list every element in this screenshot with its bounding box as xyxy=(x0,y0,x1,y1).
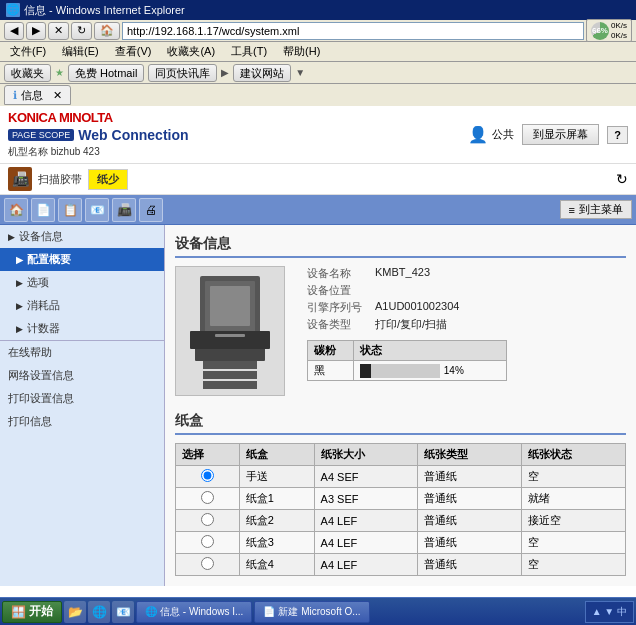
arrow-icon-config: ▶ xyxy=(16,255,23,265)
tray-type-3: 普通纸 xyxy=(418,532,522,554)
doc-tool-icon[interactable]: 📄 xyxy=(31,198,55,222)
rss-button[interactable]: 同页快讯库 xyxy=(148,64,217,82)
sidebar-item-options[interactable]: ▶ 选项 xyxy=(0,271,164,294)
sidebar-item-print-settings[interactable]: 打印设置信息 xyxy=(0,387,164,410)
toner-pct: 14% xyxy=(444,365,464,376)
browser-icon: 🌐 xyxy=(6,3,20,17)
user-icon: 👤 xyxy=(468,125,488,144)
suggest-label: ▶ xyxy=(221,67,229,78)
refresh-icon[interactable]: ↻ xyxy=(616,171,628,187)
start-icon: 🪟 xyxy=(11,605,26,619)
tray-type-0: 普通纸 xyxy=(418,466,522,488)
toner-col-status: 状态 xyxy=(353,341,506,361)
taskbar-icon-2[interactable]: 🌐 xyxy=(88,601,110,623)
address-bar[interactable] xyxy=(122,22,584,40)
to-screen-button[interactable]: 到显示屏幕 xyxy=(522,124,599,145)
menu-file[interactable]: 文件(F) xyxy=(2,43,54,60)
radio-2[interactable] xyxy=(201,513,214,526)
menu-edit[interactable]: 编辑(E) xyxy=(54,43,107,60)
radio-cell-3[interactable] xyxy=(176,532,240,554)
radio-cell-0[interactable] xyxy=(176,466,240,488)
radio-4[interactable] xyxy=(201,557,214,570)
detail-row-type: 设备类型 打印/复印/扫描 xyxy=(307,317,626,332)
radio-cell-2[interactable] xyxy=(176,510,240,532)
page-header: KONICA MINOLTA PAGE SCOPE Web Connection… xyxy=(0,106,636,164)
hotmail-button[interactable]: 免费 Hotmail xyxy=(68,64,144,82)
svg-rect-5 xyxy=(203,371,257,379)
device-image-area xyxy=(175,266,295,396)
tray-name-0: 手送 xyxy=(239,466,314,488)
back-button[interactable]: ◀ xyxy=(4,22,24,40)
tray-status-4: 空 xyxy=(522,554,626,576)
sidebar-item-online-help[interactable]: 在线帮助 xyxy=(0,341,164,364)
konica-brand: KONICA MINOLTA xyxy=(8,110,189,125)
ie-label: 信息 - Windows I... xyxy=(160,605,243,619)
radio-cell-4[interactable] xyxy=(176,554,240,576)
taskbar-item-office[interactable]: 📄 新建 Microsoft O... xyxy=(254,601,369,623)
taskbar-item-ie[interactable]: 🌐 信息 - Windows I... xyxy=(136,601,252,623)
toner-color-label: 黑 xyxy=(308,361,354,381)
speed-circle: 66% xyxy=(591,22,609,40)
printer-svg xyxy=(185,271,275,391)
suggest-button[interactable]: 建议网站 xyxy=(233,64,291,82)
page-wrapper: KONICA MINOLTA PAGE SCOPE Web Connection… xyxy=(0,106,636,614)
scanner-icon: 📠 xyxy=(8,167,32,191)
send-tool-icon[interactable]: 📧 xyxy=(85,198,109,222)
radio-cell-1[interactable] xyxy=(176,488,240,510)
tray-name-3: 纸盒3 xyxy=(239,532,314,554)
menu-label: 到主菜单 xyxy=(579,202,623,217)
home-tool-icon[interactable]: 🏠 xyxy=(4,198,28,222)
tab-label: 信息 xyxy=(21,88,43,103)
refresh-button[interactable]: ↻ xyxy=(71,22,92,40)
model-name: 机型名称 bizhub 423 xyxy=(8,145,189,159)
speed-values: 0K/s 0K/s xyxy=(611,21,627,40)
office-label: 新建 Microsoft O... xyxy=(278,605,360,619)
start-button[interactable]: 🪟 开始 xyxy=(2,601,62,623)
tray-name-1: 纸盒1 xyxy=(239,488,314,510)
fav-button[interactable]: 收藏夹 xyxy=(4,64,51,82)
radio-3[interactable] xyxy=(201,535,214,548)
tray-size-1: A3 SEF xyxy=(314,488,418,510)
home-button[interactable]: 🏠 xyxy=(94,22,120,40)
stop-button[interactable]: ✕ xyxy=(48,22,69,40)
paper-section-title: 纸盒 xyxy=(175,412,626,435)
tray-size-3: A4 LEF xyxy=(314,532,418,554)
speed-indicator: 66% 0K/s 0K/s xyxy=(586,19,632,42)
tray-size-0: A4 SEF xyxy=(314,466,418,488)
label-serial: 引擎序列号 xyxy=(307,300,367,315)
value-name: KMBT_423 xyxy=(375,266,430,281)
menu-help[interactable]: 帮助(H) xyxy=(275,43,328,60)
main-menu-button[interactable]: ≡ 到主菜单 xyxy=(560,200,632,219)
print-tool-icon[interactable]: 🖨 xyxy=(139,198,163,222)
ie-icon: 🌐 xyxy=(145,606,157,617)
sidebar-item-network-info[interactable]: 网络设置信息 xyxy=(0,364,164,387)
radio-0[interactable] xyxy=(201,469,214,482)
menu-fav[interactable]: 收藏夹(A) xyxy=(159,43,223,60)
detail-row-name: 设备名称 KMBT_423 xyxy=(307,266,626,281)
device-info-grid: 设备名称 KMBT_423 设备位置 引擎序列号 A1UD001002304 设… xyxy=(175,266,626,396)
menu-tools[interactable]: 工具(T) xyxy=(223,43,275,60)
label-location: 设备位置 xyxy=(307,283,367,298)
tray-name-4: 纸盒4 xyxy=(239,554,314,576)
device-info-title: 设备信息 xyxy=(175,235,626,258)
copy-tool-icon[interactable]: 📋 xyxy=(58,198,82,222)
fav-bar: 收藏夹 ★ 免费 Hotmail 同页快讯库 ▶ 建议网站 ▼ xyxy=(0,62,636,84)
tab-close[interactable]: ✕ xyxy=(53,89,62,102)
taskbar-icon-1[interactable]: 📂 xyxy=(64,601,86,623)
col-select: 选择 xyxy=(176,444,240,466)
help-button[interactable]: ? xyxy=(607,126,628,144)
fax-tool-icon[interactable]: 📠 xyxy=(112,198,136,222)
sidebar-item-print-info[interactable]: 打印信息 xyxy=(0,410,164,433)
paper-row-0: 手送 A4 SEF 普通纸 空 xyxy=(176,466,626,488)
page-tab[interactable]: ℹ 信息 ✕ xyxy=(4,85,71,105)
sidebar-item-config[interactable]: ▶ 配置概要 xyxy=(0,248,164,271)
sidebar-item-consumables[interactable]: ▶ 消耗品 xyxy=(0,294,164,317)
radio-1[interactable] xyxy=(201,491,214,504)
menu-view[interactable]: 查看(V) xyxy=(107,43,160,60)
taskbar-icon-3[interactable]: 📧 xyxy=(112,601,134,623)
forward-button[interactable]: ▶ xyxy=(26,22,46,40)
sidebar-item-device-info[interactable]: ▶ 设备信息 xyxy=(0,225,164,248)
sidebar-item-counters[interactable]: ▶ 计数器 xyxy=(0,317,164,340)
arrow-icon-counters: ▶ xyxy=(16,324,23,334)
tray-size-2: A4 LEF xyxy=(314,510,418,532)
